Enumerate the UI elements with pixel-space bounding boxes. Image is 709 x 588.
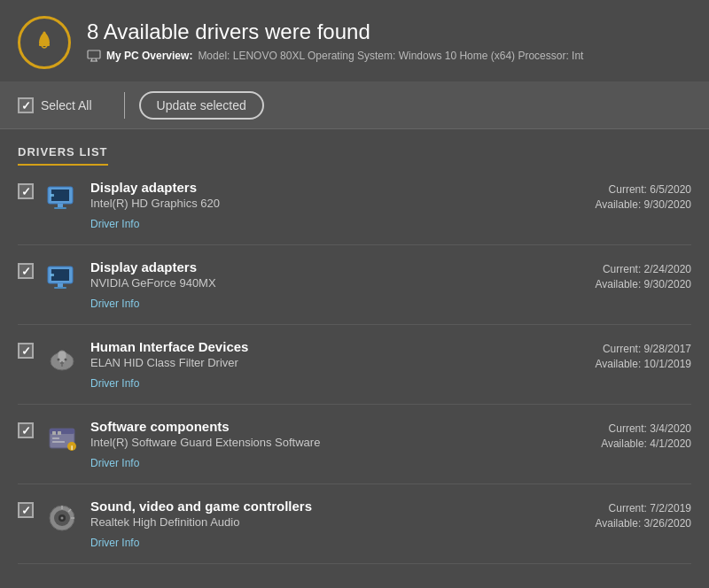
header-subtitle: My PC Overview: Model: LENOVO 80XL Opera… <box>87 50 583 62</box>
driver-current-date-1: Current: 2/24/2020 <box>595 263 691 275</box>
svg-rect-25 <box>58 431 61 435</box>
svg-rect-17 <box>58 351 66 363</box>
svg-rect-27 <box>52 441 65 443</box>
driver-details-2: Human Interface Devices ELAN HID Class F… <box>90 339 584 398</box>
svg-text:i: i <box>71 444 73 452</box>
driver-dates-2: Current: 9/28/2017 Available: 10/1/2019 <box>595 343 691 370</box>
driver-details-4: Sound, video and game controllers Realte… <box>90 499 584 558</box>
driver-item: Human Interface Devices ELAN HID Class F… <box>18 325 691 405</box>
svg-rect-24 <box>52 431 56 435</box>
monitor-icon <box>87 50 101 62</box>
svg-rect-0 <box>39 43 50 46</box>
driver-available-date-1: Available: 9/30/2020 <box>595 278 691 290</box>
driver-item: Sound, video and game controllers Realte… <box>18 484 691 564</box>
driver-category-4: Sound, video and game controllers <box>90 499 584 514</box>
driver-info-link-2[interactable]: Driver Info <box>90 377 139 390</box>
driver-details-3: Software components Intel(R) Software Gu… <box>90 419 590 478</box>
driver-dates-1: Current: 2/24/2020 Available: 9/30/2020 <box>595 263 691 290</box>
svg-point-20 <box>65 359 67 361</box>
svg-point-33 <box>61 517 64 520</box>
driver-category-2: Human Interface Devices <box>90 339 584 354</box>
driver-category-3: Software components <box>90 419 590 434</box>
subtitle-label: My PC Overview: <box>106 50 192 62</box>
subtitle-detail: Model: LENOVO 80XL Operating System: Win… <box>198 50 583 62</box>
driver-checkbox-box-0[interactable] <box>18 183 34 199</box>
driver-icon-1 <box>44 261 80 297</box>
driver-details-1: Display adapters NVIDIA GeForce 940MX Dr… <box>90 259 584 319</box>
svg-rect-21 <box>60 362 64 364</box>
driver-icon-0 <box>44 182 80 217</box>
driver-available-date-3: Available: 4/1/2020 <box>601 437 691 450</box>
driver-item: Display adapters NVIDIA GeForce 940MX Dr… <box>18 245 691 325</box>
driver-current-date-0: Current: 6/5/2020 <box>595 183 691 196</box>
header-title: 8 Available drivers were found <box>87 19 583 44</box>
driver-details-0: Display adapters Intel(R) HD Graphics 62… <box>90 180 584 239</box>
driver-dates-3: Current: 3/4/2020 Available: 4/1/2020 <box>601 422 691 450</box>
driver-checkbox-box-2[interactable] <box>18 343 34 359</box>
driver-name-3: Intel(R) Software Guard Extensions Softw… <box>90 436 590 449</box>
driver-name-0: Intel(R) HD Graphics 620 <box>90 197 584 210</box>
svg-rect-26 <box>52 437 59 439</box>
svg-point-1 <box>43 32 46 35</box>
svg-rect-8 <box>58 204 63 207</box>
driver-checkbox-0[interactable] <box>18 183 34 199</box>
driver-current-date-3: Current: 3/4/2020 <box>601 422 691 435</box>
drivers-list-title: DRIVERS LIST <box>18 145 108 166</box>
driver-checkbox-box-1[interactable] <box>18 263 34 279</box>
svg-rect-9 <box>54 207 66 209</box>
driver-item: i Software components Intel(R) Software … <box>18 405 691 484</box>
driver-checkbox-3[interactable] <box>18 422 34 438</box>
svg-rect-13 <box>58 283 63 287</box>
driver-icon-2 <box>44 341 80 376</box>
driver-checkbox-box-4[interactable] <box>18 502 34 518</box>
driver-current-date-2: Current: 9/28/2017 <box>595 343 691 355</box>
driver-icon-3: i <box>44 421 80 456</box>
driver-name-1: NVIDIA GeForce 940MX <box>90 276 584 290</box>
svg-rect-2 <box>88 50 100 58</box>
svg-rect-15 <box>51 274 54 276</box>
bell-icon <box>18 16 71 69</box>
driver-name-2: ELAN HID Class Filter Driver <box>90 356 584 369</box>
driver-icon-4 <box>44 500 80 536</box>
driver-dates-4: Current: 7/2/2019 Available: 3/26/2020 <box>595 502 691 530</box>
drivers-list: Display adapters Intel(R) HD Graphics 62… <box>18 166 691 564</box>
svg-rect-10 <box>51 194 54 197</box>
driver-category-0: Display adapters <box>90 180 584 195</box>
driver-info-link-0[interactable]: Driver Info <box>90 218 139 230</box>
driver-info-link-4[interactable]: Driver Info <box>90 537 139 549</box>
driver-name-4: Realtek High Definition Audio <box>90 515 584 529</box>
select-all-label: Select All <box>41 98 92 112</box>
driver-available-date-2: Available: 10/1/2019 <box>595 358 691 370</box>
header-text: 8 Available drivers were found My PC Ove… <box>87 16 583 62</box>
select-all-wrap: Select All <box>18 97 110 113</box>
driver-current-date-4: Current: 7/2/2019 <box>595 502 691 514</box>
driver-available-date-0: Available: 9/30/2020 <box>595 198 691 211</box>
driver-checkbox-box-3[interactable] <box>18 422 34 438</box>
driver-info-link-3[interactable]: Driver Info <box>90 457 139 469</box>
header: 8 Available drivers were found My PC Ove… <box>0 0 709 82</box>
driver-category-1: Display adapters <box>90 259 584 275</box>
toolbar-divider <box>124 92 125 119</box>
driver-checkbox-4[interactable] <box>18 502 34 518</box>
driver-item: Display adapters Intel(R) HD Graphics 62… <box>18 166 691 245</box>
svg-rect-14 <box>54 287 66 289</box>
driver-info-link-1[interactable]: Driver Info <box>90 298 139 310</box>
drivers-section: DRIVERS LIST Display adapters Intel(R) H… <box>0 129 709 564</box>
driver-checkbox-1[interactable] <box>18 263 34 279</box>
update-selected-button[interactable]: Update selected <box>139 91 264 120</box>
driver-dates-0: Current: 6/5/2020 Available: 9/30/2020 <box>595 183 691 211</box>
svg-point-19 <box>58 359 60 361</box>
driver-checkbox-2[interactable] <box>18 343 34 359</box>
toolbar: Select All Update selected <box>0 82 709 129</box>
driver-available-date-4: Available: 3/26/2020 <box>595 517 691 530</box>
select-all-checkbox[interactable] <box>18 97 34 113</box>
